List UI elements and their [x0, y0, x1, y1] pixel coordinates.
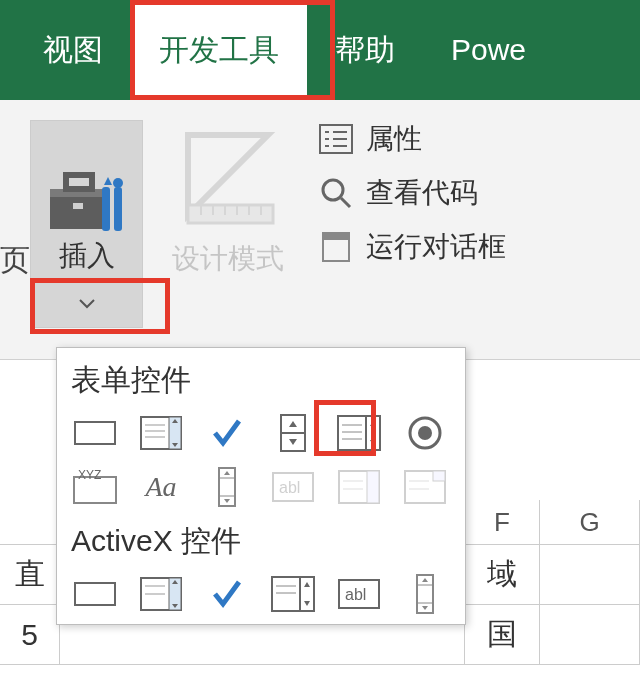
form-listbox-control[interactable]: [335, 413, 383, 453]
svg-text:abl: abl: [279, 479, 300, 496]
svg-rect-2: [66, 175, 92, 189]
svg-rect-42: [219, 468, 235, 506]
svg-rect-60: [272, 577, 314, 611]
form-optionbutton-control[interactable]: [401, 413, 449, 453]
tab-power[interactable]: Powe: [423, 0, 554, 100]
dialog-icon: [318, 229, 354, 265]
svg-rect-45: [273, 473, 313, 501]
cell[interactable]: 直: [0, 545, 60, 605]
form-button-control[interactable]: [71, 413, 119, 453]
activex-button-control[interactable]: [71, 574, 119, 614]
insert-dropdown-arrow[interactable]: [30, 280, 143, 328]
svg-rect-33: [338, 416, 380, 450]
svg-rect-64: [339, 580, 379, 608]
svg-rect-55: [75, 583, 115, 605]
form-spinner-control[interactable]: [269, 413, 317, 453]
activex-combobox-control[interactable]: [137, 574, 185, 614]
cell[interactable]: 国: [465, 605, 540, 665]
view-code-button[interactable]: 查看代码: [318, 174, 506, 212]
svg-rect-47: [339, 471, 379, 503]
svg-rect-56: [141, 578, 181, 610]
properties-button[interactable]: 属性: [318, 120, 506, 158]
form-checkbox-control[interactable]: [203, 413, 251, 453]
design-mode-label: 设计模式: [153, 240, 303, 278]
ribbon: 页 插入: [0, 100, 640, 360]
controls-properties-group: 属性 查看代码 运行对话框: [318, 120, 506, 282]
activex-checkbox-control[interactable]: [203, 574, 251, 614]
svg-point-21: [323, 180, 343, 200]
svg-rect-24: [323, 233, 349, 240]
svg-text:abl: abl: [345, 586, 366, 603]
svg-rect-27: [169, 417, 181, 449]
view-code-label: 查看代码: [366, 174, 478, 212]
svg-rect-48: [367, 471, 379, 503]
insert-controls-button[interactable]: 插入: [30, 120, 143, 328]
properties-icon: [318, 121, 354, 157]
ribbon-tabbar: 视图 开发工具 帮助 Powe: [0, 0, 640, 100]
svg-rect-31: [281, 415, 305, 451]
svg-rect-66: [417, 575, 433, 613]
svg-point-6: [113, 178, 123, 188]
form-scrollbar-control[interactable]: [203, 467, 251, 507]
svg-rect-5: [114, 187, 122, 231]
svg-text:XYZ: XYZ: [78, 469, 101, 482]
form-combobox-control[interactable]: [137, 413, 185, 453]
activex-textbox-control[interactable]: abl: [335, 574, 383, 614]
ruler-triangle-icon: [173, 120, 283, 230]
insert-controls-dropdown-panel: 表单控件 XYZ Aa abl: [56, 347, 466, 625]
insert-label: 插入: [59, 237, 115, 275]
form-groupbox-control[interactable]: XYZ: [71, 467, 119, 507]
magnifier-icon: [318, 175, 354, 211]
svg-rect-57: [169, 578, 181, 610]
form-combo-control-disabled: [335, 467, 383, 507]
activex-scrollbar-control[interactable]: [401, 574, 449, 614]
svg-rect-51: [405, 471, 445, 503]
svg-point-38: [410, 418, 440, 448]
tab-developer[interactable]: 开发工具: [131, 0, 307, 100]
cell[interactable]: 5: [0, 605, 60, 665]
chevron-down-icon: [79, 299, 95, 309]
form-label-control[interactable]: Aa: [137, 467, 185, 507]
toolbox-icon: [46, 165, 128, 237]
svg-rect-26: [141, 417, 181, 449]
cell[interactable]: 域: [465, 545, 540, 605]
svg-rect-4: [102, 187, 110, 231]
activex-listbox-control[interactable]: [269, 574, 317, 614]
form-controls-heading: 表单控件: [71, 360, 451, 401]
form-textfield-control-disabled: abl: [269, 467, 317, 507]
run-dialog-button[interactable]: 运行对话框: [318, 228, 506, 266]
svg-rect-52: [433, 471, 445, 481]
tab-help[interactable]: 帮助: [307, 0, 423, 100]
svg-rect-3: [73, 203, 83, 209]
column-header-G[interactable]: G: [540, 500, 640, 544]
design-mode-button[interactable]: 设计模式: [153, 120, 303, 278]
svg-rect-40: [74, 477, 116, 503]
column-header-F[interactable]: F: [465, 500, 540, 544]
truncated-group-label: 页: [0, 120, 30, 281]
svg-line-22: [341, 198, 350, 207]
activex-controls-heading: ActiveX 控件: [71, 521, 451, 562]
properties-label: 属性: [366, 120, 422, 158]
run-dialog-label: 运行对话框: [366, 228, 506, 266]
form-dropdown-control-disabled: [401, 467, 449, 507]
svg-rect-25: [75, 422, 115, 444]
tab-view[interactable]: 视图: [15, 0, 131, 100]
svg-point-39: [418, 426, 432, 440]
